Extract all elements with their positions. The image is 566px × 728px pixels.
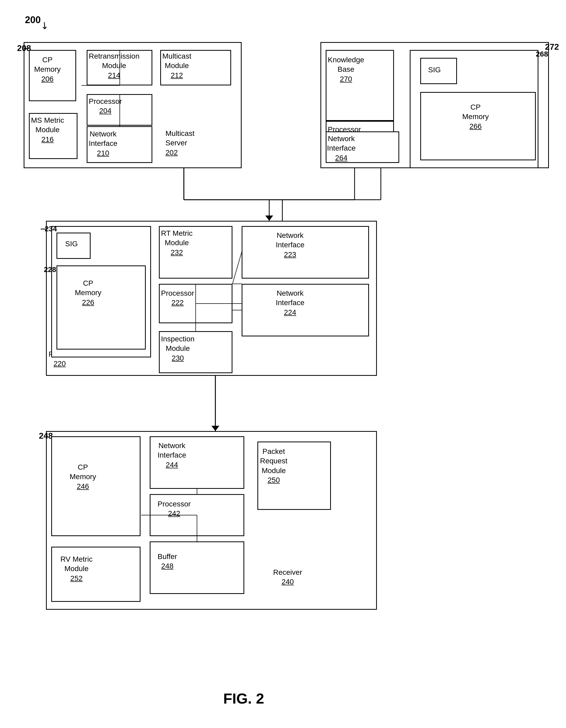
network-interface-224-label: Network Interface 224 xyxy=(276,289,304,317)
knowledge-base-label: Knowledge Base 270 xyxy=(328,55,364,84)
diagram-number: 200 xyxy=(25,14,41,25)
diagram-container: 200 ↘ 208 Multicast Server 202 CP Memory… xyxy=(0,0,566,728)
outer-208-arrow xyxy=(24,48,29,49)
fig-2-label: FIG. 2 xyxy=(223,690,264,707)
sig-234-label: 234 xyxy=(45,225,57,233)
sig-label: SIG xyxy=(428,65,441,75)
multicast-server-label: Multicast Server 202 xyxy=(166,129,194,157)
packet-request-label: Packet Request Module 250 xyxy=(260,447,287,485)
processor-204-label: Processor 204 xyxy=(89,97,122,116)
sig-234-inner-label: SIG xyxy=(65,239,78,249)
cp-memory-226-label: CP Memory 226 xyxy=(75,279,101,307)
cp-memory-206-label: CP Memory 206 xyxy=(34,55,61,84)
outer-248-label: 248 xyxy=(39,431,53,441)
inspection-module-label: Inspection Module 230 xyxy=(161,334,195,363)
receiver-label: Receiver 240 xyxy=(273,568,302,587)
retransmission-module-label: Retransmission Module 214 xyxy=(89,52,140,80)
cp-memory-266-label: CP Memory 266 xyxy=(462,102,489,131)
processor-242-label: Processor 242 xyxy=(158,499,191,519)
svg-marker-35 xyxy=(212,426,219,431)
rv-metric-label: RV Metric Module 252 xyxy=(60,555,93,583)
network-interface-223-box xyxy=(242,226,369,279)
network-interface-223-label: Network Interface 223 xyxy=(276,231,304,259)
network-interface-210-label: Network Interface 210 xyxy=(89,129,117,158)
cp-memory-246-label: CP Memory 246 xyxy=(70,463,96,491)
buffer-248-label: Buffer 248 xyxy=(158,552,177,571)
network-interface-264-label: Network Interface 264 xyxy=(327,134,355,163)
svg-marker-34 xyxy=(265,216,273,221)
multicast-module-label: Multicast Module 212 xyxy=(162,52,191,80)
processor-222-label: Processor 222 xyxy=(161,289,194,308)
outer-268-label: 268 xyxy=(536,50,548,58)
outer-228-label: 228 xyxy=(44,265,56,274)
rt-metric-label: RT Metric Module 232 xyxy=(161,229,193,257)
network-interface-244-label: Network Interface 244 xyxy=(158,441,186,470)
cp-memory-226-box xyxy=(57,265,146,350)
network-interface-224-box xyxy=(242,284,369,336)
ms-metric-label: MS Metric Module 216 xyxy=(31,116,64,144)
